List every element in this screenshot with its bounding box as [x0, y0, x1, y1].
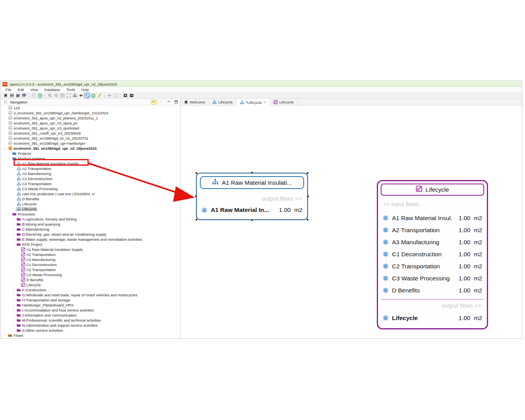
tree-item[interactable]: ecoinvent_391_apos_upr_n3_opea_pv: [1, 121, 180, 126]
tab--lifecycle[interactable]: *Lifecycle×: [236, 99, 270, 106]
selection-handle[interactable]: [307, 219, 308, 220]
chevron-right-icon[interactable]: ›: [12, 228, 16, 231]
graph-node-lifecycle[interactable]: Lifecycle >> input flows A1 Raw Material…: [377, 180, 488, 329]
home-icon[interactable]: [3, 93, 8, 98]
tree-item[interactable]: ›F:Construction: [1, 287, 180, 292]
tree-item[interactable]: ›J:Information and communication: [1, 313, 180, 318]
tree-item[interactable]: ›S:Other service activities: [1, 328, 180, 333]
tree-item[interactable]: ⌄Product systems: [1, 156, 180, 161]
tab-welcome[interactable]: Welcome: [180, 99, 209, 105]
menu-item-view[interactable]: View: [27, 88, 41, 92]
add-icon[interactable]: [122, 93, 128, 98]
tree-item[interactable]: ecoinvent_391_en15804gd_upr-Hamburger: [1, 141, 180, 146]
tree-item[interactable]: A3 Manufacturing: [1, 171, 180, 176]
lifecycle-input-flow-row[interactable]: C1 Deconstruction1.00m2: [378, 248, 487, 260]
tree-item[interactable]: Lifecycle: [1, 206, 180, 212]
lifecycle-input-flow-row[interactable]: A1 Raw Material Insul...1.00m2: [378, 212, 487, 224]
chevron-right-icon[interactable]: ›: [12, 238, 16, 241]
chevron-right-icon[interactable]: ›: [12, 218, 16, 220]
graph-icon[interactable]: [84, 93, 90, 98]
tree-item[interactable]: ecoinvent_391_cutoff_upr_n3_20230629: [1, 131, 180, 136]
chevron-right-icon[interactable]: ›: [12, 319, 16, 322]
menu-item-database[interactable]: Database: [41, 88, 63, 92]
save-all-icon[interactable]: [21, 93, 27, 98]
selection-handle[interactable]: [251, 172, 253, 173]
tree-item[interactable]: C2 Transportation: [1, 181, 180, 186]
chevron-right-icon[interactable]: ›: [12, 304, 16, 306]
tree-item[interactable]: ecoinvent_391_apos_upr_n3_quickstart: [1, 126, 180, 131]
selection-handle[interactable]: [195, 196, 197, 197]
a1-node-header[interactable]: A1 Raw Material Insulati...: [200, 176, 304, 189]
a1-output-flow-row[interactable]: A1 Raw Material In... 1.00 m2: [197, 206, 307, 214]
chevron-right-icon[interactable]: ›: [12, 233, 16, 236]
tree-item[interactable]: ›Projects: [1, 151, 180, 156]
tree-item[interactable]: ›Hamburger_Plasterboard_HRS: [1, 303, 180, 308]
chevron-right-icon[interactable]: ›: [12, 299, 16, 301]
tree-item[interactable]: ⌄EPD Project: [1, 242, 180, 247]
chevron-down-icon[interactable]: ⌄: [12, 243, 16, 246]
tree-item[interactable]: C2 Transportation: [1, 267, 180, 272]
tree-item[interactable]: ›N:Administrative and support service ac…: [1, 323, 180, 328]
tree-item[interactable]: A2 Transportation: [1, 252, 180, 257]
run-icon[interactable]: [37, 93, 43, 98]
tree-item[interactable]: ›Flows: [1, 333, 180, 338]
tree-item[interactable]: ›EPDs: [1, 338, 180, 338]
tree-item[interactable]: ⌄Processes: [1, 212, 180, 217]
menu-item-file[interactable]: File: [2, 88, 14, 92]
tree-item[interactable]: ›C:Manufacturing: [1, 227, 180, 232]
tree-item[interactable]: ›A:Agriculture, forestry and fishing: [1, 217, 180, 222]
chevron-right-icon[interactable]: ›: [12, 289, 16, 291]
tree-item[interactable]: D Benefits: [1, 277, 180, 282]
selection-handle[interactable]: [251, 219, 253, 221]
tree-item[interactable]: ecoinvent_391_en15804gd_lci_n2_20230731: [1, 136, 180, 141]
lifecycle-output-flow-row[interactable]: Lifecycle 1.00 m2: [378, 312, 487, 324]
chevron-right-icon[interactable]: ›: [12, 294, 16, 296]
tree-item[interactable]: Lifecycle: [1, 282, 180, 287]
tree-item[interactable]: ›H:Transportation and storage: [1, 298, 180, 303]
minimize-icon[interactable]: [166, 100, 172, 105]
grid-icon[interactable]: [60, 93, 65, 98]
lifecycle-input-flow-row[interactable]: C3 Waste Processing1.00m2: [378, 272, 487, 284]
chevron-right-icon[interactable]: ›: [7, 152, 11, 155]
tree-item[interactable]: ›E:Water supply; sewerage, waste managem…: [1, 237, 180, 242]
tree-item[interactable]: A3 Manufacturing: [1, 257, 180, 262]
fit-icon[interactable]: [66, 93, 71, 98]
tree-item[interactable]: ›M:Professional, scientific and technica…: [1, 318, 180, 323]
save-as-icon[interactable]: [15, 93, 21, 98]
anchor-icon[interactable]: [107, 93, 112, 98]
remove-icon[interactable]: [129, 93, 134, 98]
chevron-down-icon[interactable]: ⌄: [7, 157, 11, 160]
chevron-right-icon[interactable]: ›: [3, 334, 7, 337]
menu-item-edit[interactable]: Edit: [14, 88, 27, 92]
lifecycle-input-flow-row[interactable]: C2 Transportation1.00m2: [378, 260, 487, 272]
tree-item[interactable]: ›G:Wholesale and retail trade; repair of…: [1, 292, 180, 298]
tree-item[interactable]: ›I:Accommodation and food service activi…: [1, 308, 180, 313]
tree-item[interactable]: ecoinvent_391_apos_upr_n2_planera_202310…: [1, 116, 180, 121]
selection-handle[interactable]: [307, 196, 309, 197]
tree-item[interactable]: C1 Deconstruction: [1, 176, 180, 181]
tree-item[interactable]: D Benefits: [1, 196, 180, 201]
graph-node-a1-raw-material[interactable]: A1 Raw Material Insulati... output flows…: [196, 173, 308, 220]
tree-item[interactable]: ›B:Mining and quarrying: [1, 222, 180, 227]
selection-icon[interactable]: [113, 93, 118, 98]
tree-item[interactable]: A2 Transportation: [1, 166, 180, 171]
chevron-down-icon[interactable]: ⌄: [7, 213, 11, 216]
tree-item[interactable]: C1 Deconstruction: [1, 262, 180, 267]
tree-item[interactable]: 2_ecoinvent_391_en15804gd_upr_hamburger_…: [1, 110, 180, 116]
model-graph-canvas[interactable]: A1 Raw Material Insulati... output flows…: [180, 106, 522, 338]
tree-item[interactable]: C3 Waste Processing: [1, 272, 180, 277]
save-icon[interactable]: [9, 93, 14, 98]
import-icon[interactable]: [78, 93, 84, 98]
chevron-right-icon[interactable]: ›: [12, 329, 16, 332]
tab-lifecycle[interactable]: Lifecycle: [209, 99, 236, 105]
tree-item[interactable]: ›D:Electricity, gas, steam and air condi…: [1, 232, 180, 237]
selection-handle[interactable]: [307, 172, 308, 174]
lifecycle-input-flow-row[interactable]: A3 Manufacturing1.00m2: [378, 236, 487, 248]
tree-item[interactable]: A1 Raw Material Insulation Supply: [1, 247, 180, 252]
lifecycle-input-flow-row[interactable]: A2 Transportation1.00m2: [378, 224, 487, 236]
report-icon[interactable]: [31, 93, 37, 98]
menu-item-help[interactable]: Help: [78, 88, 92, 92]
zoom-in-icon[interactable]: [47, 93, 52, 98]
zoom-out-icon[interactable]: [53, 93, 59, 98]
tree-item[interactable]: 123: [1, 105, 180, 110]
